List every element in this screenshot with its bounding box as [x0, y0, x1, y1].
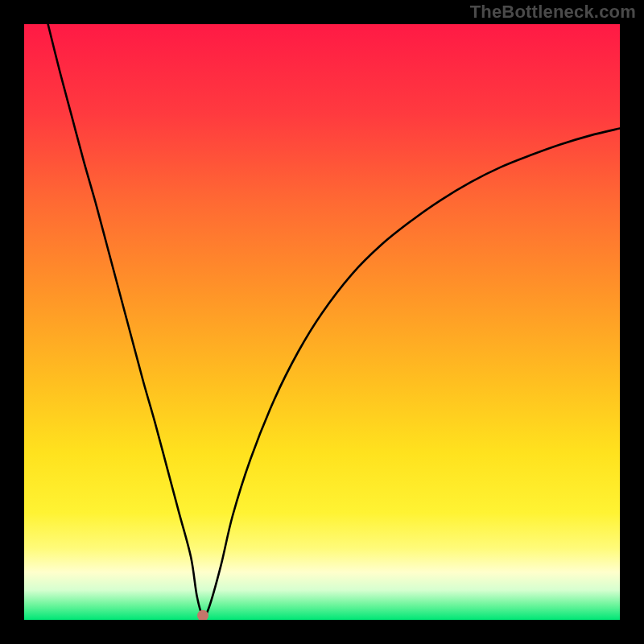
plot-area — [24, 24, 620, 620]
chart-canvas — [24, 24, 620, 620]
gradient-background — [24, 24, 620, 620]
chart-frame: TheBottleneck.com — [0, 0, 644, 644]
watermark-text: TheBottleneck.com — [470, 2, 636, 23]
